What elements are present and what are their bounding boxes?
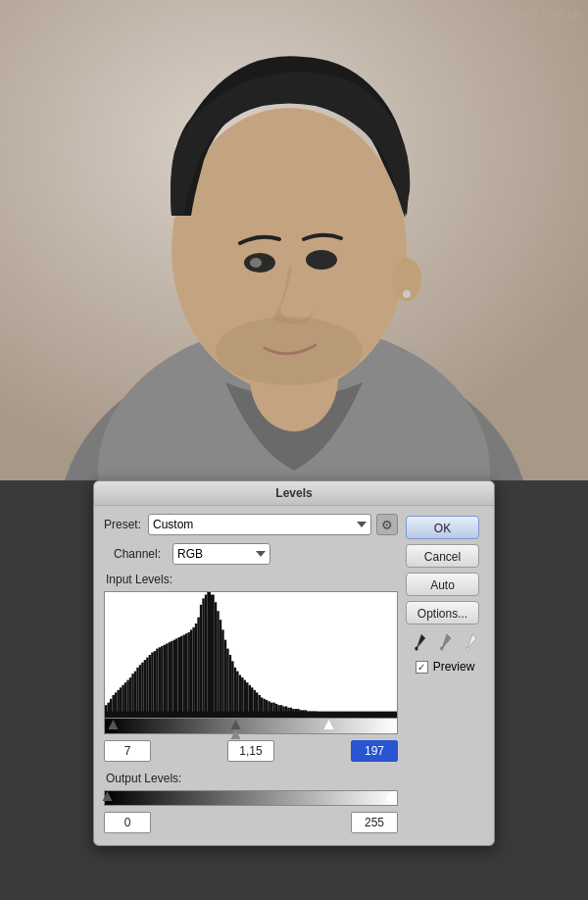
input-white-field[interactable] xyxy=(351,740,398,762)
channel-label: Channel: xyxy=(114,547,168,561)
gear-button[interactable]: ⚙ xyxy=(376,514,398,535)
svg-rect-74 xyxy=(258,695,260,718)
svg-rect-93 xyxy=(305,710,307,718)
svg-rect-18 xyxy=(120,687,122,718)
svg-rect-49 xyxy=(195,624,197,718)
svg-rect-87 xyxy=(290,708,292,718)
eyedropper-gray-icon[interactable] xyxy=(434,631,456,653)
preset-row: Preset: Custom Default ⚙ xyxy=(104,514,398,535)
svg-rect-84 xyxy=(282,706,284,718)
watermark: www.ps88.com.cn xyxy=(486,8,580,20)
svg-rect-57 xyxy=(217,611,219,718)
eyedropper-white-icon[interactable] xyxy=(460,631,481,653)
auto-button[interactable]: Auto xyxy=(406,573,479,596)
input-black-field[interactable] xyxy=(104,740,151,762)
svg-point-6 xyxy=(306,250,337,270)
svg-rect-76 xyxy=(263,699,265,718)
svg-rect-63 xyxy=(231,661,233,718)
svg-rect-15 xyxy=(112,695,114,718)
svg-rect-64 xyxy=(234,668,236,718)
histogram xyxy=(104,591,398,719)
options-button[interactable]: Options... xyxy=(406,601,479,625)
svg-rect-65 xyxy=(236,672,238,718)
svg-rect-89 xyxy=(295,709,297,718)
svg-rect-13 xyxy=(107,703,109,718)
svg-rect-77 xyxy=(266,700,268,718)
svg-rect-70 xyxy=(249,685,251,718)
svg-rect-94 xyxy=(307,712,309,718)
svg-rect-88 xyxy=(292,709,294,718)
svg-rect-81 xyxy=(275,704,277,718)
photo-area: www.ps88.com.cn xyxy=(0,0,588,480)
channel-select[interactable]: RGB Red Green Blue xyxy=(172,543,270,565)
svg-rect-67 xyxy=(241,677,243,718)
svg-rect-26 xyxy=(139,665,141,718)
svg-rect-43 xyxy=(180,636,182,718)
svg-rect-83 xyxy=(280,705,282,718)
svg-rect-34 xyxy=(159,647,161,718)
svg-rect-58 xyxy=(220,620,221,718)
output-slider-track[interactable] xyxy=(104,790,398,806)
svg-rect-12 xyxy=(105,705,107,718)
svg-rect-16 xyxy=(115,692,117,718)
svg-rect-45 xyxy=(185,633,187,718)
svg-rect-19 xyxy=(122,685,123,718)
ok-button[interactable]: OK xyxy=(406,516,479,539)
svg-rect-29 xyxy=(146,658,148,718)
svg-point-100 xyxy=(441,648,444,651)
svg-point-10 xyxy=(403,290,411,298)
svg-rect-51 xyxy=(200,605,202,718)
output-black-thumb[interactable] xyxy=(102,791,113,805)
svg-rect-33 xyxy=(156,649,158,718)
eyedropper-row xyxy=(406,631,484,653)
input-levels-label: Input Levels: xyxy=(104,573,398,586)
black-point-thumb[interactable] xyxy=(108,720,119,733)
svg-rect-61 xyxy=(226,649,228,718)
svg-rect-21 xyxy=(126,680,128,718)
cancel-button[interactable]: Cancel xyxy=(406,544,479,568)
svg-rect-53 xyxy=(205,595,207,718)
svg-rect-98 xyxy=(317,713,397,718)
svg-rect-31 xyxy=(151,652,153,718)
left-panel: Preset: Custom Default ⚙ Channel: RGB Re… xyxy=(104,514,398,833)
svg-rect-27 xyxy=(141,663,143,718)
output-white-field[interactable] xyxy=(351,812,398,833)
output-slider-container xyxy=(104,790,398,806)
output-black-field[interactable] xyxy=(104,812,151,833)
svg-rect-14 xyxy=(110,699,112,718)
svg-rect-72 xyxy=(253,690,255,718)
svg-rect-50 xyxy=(197,618,199,718)
svg-point-101 xyxy=(466,648,469,651)
svg-rect-38 xyxy=(169,642,171,718)
svg-rect-32 xyxy=(154,651,156,718)
output-levels-label: Output Levels: xyxy=(104,772,398,785)
svg-rect-55 xyxy=(211,595,215,718)
preset-select[interactable]: Custom Default xyxy=(148,514,371,535)
mid-point-thumb[interactable] xyxy=(231,720,242,733)
svg-rect-17 xyxy=(117,690,119,718)
svg-rect-24 xyxy=(134,672,136,718)
svg-rect-97 xyxy=(315,712,317,718)
svg-rect-71 xyxy=(251,687,253,718)
svg-rect-73 xyxy=(256,692,258,718)
svg-rect-52 xyxy=(202,598,204,718)
svg-rect-22 xyxy=(129,677,131,718)
svg-rect-60 xyxy=(224,640,226,718)
input-slider-track[interactable] xyxy=(104,719,398,734)
preview-checkbox[interactable]: ✓ xyxy=(416,661,428,674)
input-mid-field[interactable] xyxy=(227,740,274,762)
svg-rect-36 xyxy=(164,645,166,718)
output-white-thumb[interactable] xyxy=(386,791,397,805)
eyedropper-black-icon[interactable] xyxy=(409,631,430,653)
svg-rect-75 xyxy=(261,698,263,718)
svg-rect-96 xyxy=(312,712,314,718)
svg-rect-80 xyxy=(272,703,274,718)
preview-label: Preview xyxy=(433,660,475,674)
svg-rect-47 xyxy=(190,629,192,718)
svg-rect-41 xyxy=(175,638,177,718)
svg-rect-95 xyxy=(310,712,312,718)
svg-rect-54 xyxy=(207,592,211,718)
white-point-thumb[interactable] xyxy=(324,720,335,733)
svg-rect-28 xyxy=(144,660,146,718)
svg-rect-48 xyxy=(192,627,194,718)
